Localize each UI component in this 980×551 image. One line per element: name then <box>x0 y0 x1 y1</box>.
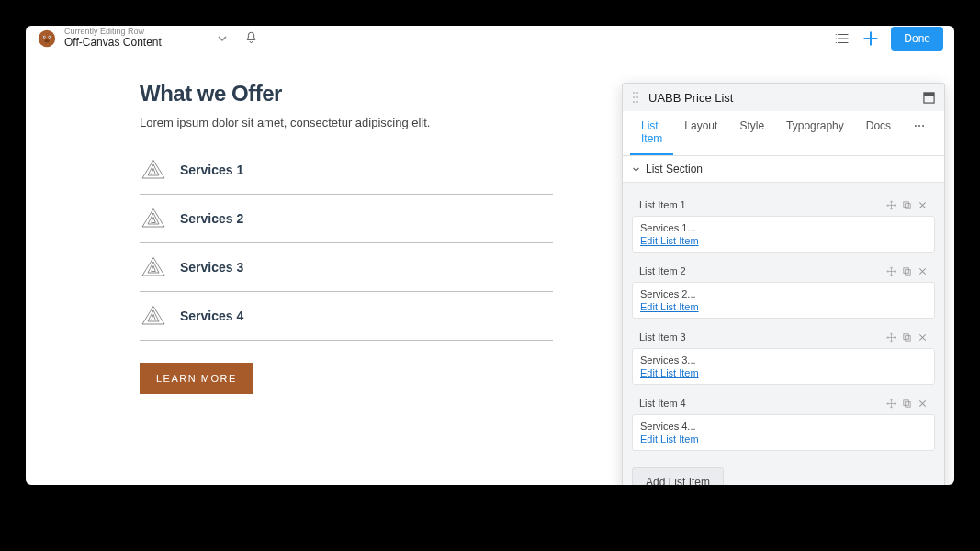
tab-style[interactable]: Style <box>728 111 775 155</box>
svg-rect-20 <box>904 267 909 273</box>
list-item-card: Services 4...Edit List Item <box>632 414 935 451</box>
outline-icon[interactable] <box>834 30 850 47</box>
svg-rect-24 <box>904 399 909 405</box>
tab-docs[interactable]: Docs <box>855 111 902 155</box>
move-icon[interactable] <box>886 266 896 276</box>
mountain-icon <box>140 208 167 230</box>
panel-header[interactable]: UABB Price List <box>623 84 944 111</box>
svg-point-11 <box>636 101 638 103</box>
svg-point-8 <box>633 96 635 98</box>
list-item-card: Services 3...Edit List Item <box>632 348 935 385</box>
svg-point-3 <box>44 36 45 37</box>
list-item-head-label: List Item 2 <box>639 265 881 276</box>
done-button[interactable]: Done <box>891 27 943 51</box>
svg-point-10 <box>633 101 635 103</box>
list-item-head-label: List Item 3 <box>639 332 881 343</box>
list-item-card: Services 2...Edit List Item <box>632 282 935 319</box>
svg-rect-18 <box>904 201 909 207</box>
list-item-block: List Item 3Services 3...Edit List Item <box>632 326 935 385</box>
svg-rect-21 <box>906 335 911 341</box>
settings-panel: UABB Price List List ItemLayoutStyleTypo… <box>622 83 945 485</box>
list-item-preview: Services 1... <box>640 222 927 233</box>
services-list: Services 1Services 2Services 3Services 4 <box>140 153 553 341</box>
svg-rect-19 <box>906 269 911 275</box>
duplicate-icon[interactable] <box>902 200 912 210</box>
svg-point-16 <box>922 125 924 127</box>
list-item-head-label: List Item 4 <box>639 398 881 409</box>
tab-more-icon[interactable] <box>902 111 937 155</box>
svg-point-15 <box>918 125 920 127</box>
editing-title: Off-Canvas Content <box>64 37 162 49</box>
service-row[interactable]: Services 4 <box>140 292 553 341</box>
panel-title: UABB Price List <box>648 91 923 105</box>
svg-point-4 <box>49 36 50 37</box>
app-frame: Currently Editing Row Off-Canvas Content… <box>26 26 954 485</box>
svg-point-14 <box>915 125 917 127</box>
service-label: Services 2 <box>180 211 243 226</box>
topbar: Currently Editing Row Off-Canvas Content… <box>26 26 954 51</box>
add-list-item-button[interactable]: Add List Item <box>632 467 724 485</box>
duplicate-icon[interactable] <box>902 332 912 343</box>
service-label: Services 1 <box>180 163 243 177</box>
move-icon[interactable] <box>886 332 896 343</box>
svg-rect-13 <box>924 92 934 96</box>
mountain-icon <box>140 159 167 181</box>
list-item-block: List Item 4Services 4...Edit List Item <box>632 392 935 451</box>
tab-layout[interactable]: Layout <box>673 111 728 155</box>
list-item-card: Services 1...Edit List Item <box>632 216 935 253</box>
remove-icon[interactable] <box>918 399 928 409</box>
panel-body: List Item 1Services 1...Edit List ItemLi… <box>623 183 944 485</box>
chevron-down-icon[interactable] <box>217 33 228 44</box>
move-icon[interactable] <box>886 399 896 409</box>
service-row[interactable]: Services 2 <box>140 195 553 243</box>
list-item-head-label: List Item 1 <box>639 199 881 210</box>
list-item-block: List Item 1Services 1...Edit List Item <box>632 194 935 253</box>
section-header[interactable]: List Section <box>623 156 944 183</box>
chevron-down-icon <box>632 165 640 174</box>
svg-rect-23 <box>906 401 911 407</box>
remove-icon[interactable] <box>918 332 928 343</box>
list-item-preview: Services 2... <box>640 288 927 299</box>
svg-point-7 <box>636 92 638 94</box>
list-item-head: List Item 4 <box>632 392 935 414</box>
section-label: List Section <box>646 163 703 175</box>
svg-point-5 <box>44 39 50 42</box>
edit-list-item-link[interactable]: Edit List Item <box>640 433 699 444</box>
svg-rect-17 <box>906 203 911 208</box>
panel-tabs: List ItemLayoutStyleTypographyDocs <box>623 111 944 156</box>
remove-icon[interactable] <box>918 200 928 210</box>
svg-rect-22 <box>904 333 909 339</box>
editing-context: Currently Editing Row Off-Canvas Content <box>64 28 162 49</box>
list-item-head: List Item 1 <box>632 194 935 216</box>
plus-icon[interactable] <box>862 29 880 48</box>
beaver-logo-icon <box>37 28 57 49</box>
svg-point-9 <box>636 96 638 98</box>
tab-typography[interactable]: Typography <box>775 111 855 155</box>
list-item-head: List Item 3 <box>632 326 935 348</box>
remove-icon[interactable] <box>918 266 928 276</box>
bell-icon[interactable] <box>244 31 258 45</box>
duplicate-icon[interactable] <box>902 266 912 276</box>
service-label: Services 4 <box>180 309 243 323</box>
mountain-icon <box>140 305 167 327</box>
list-item-block: List Item 2Services 2...Edit List Item <box>632 260 935 319</box>
service-row[interactable]: Services 3 <box>140 243 553 292</box>
edit-list-item-link[interactable]: Edit List Item <box>640 301 699 312</box>
expand-window-icon[interactable] <box>923 92 935 104</box>
service-label: Services 3 <box>180 260 243 275</box>
service-row[interactable]: Services 1 <box>140 153 553 195</box>
learn-more-button[interactable]: LEARN MORE <box>140 363 253 394</box>
list-item-preview: Services 4... <box>640 421 927 432</box>
edit-list-item-link[interactable]: Edit List Item <box>640 367 699 378</box>
drag-handle-icon[interactable] <box>632 90 641 105</box>
list-item-head: List Item 2 <box>632 260 935 282</box>
edit-list-item-link[interactable]: Edit List Item <box>640 235 699 246</box>
svg-point-0 <box>39 29 55 46</box>
move-icon[interactable] <box>886 200 896 210</box>
duplicate-icon[interactable] <box>902 399 912 409</box>
mountain-icon <box>140 256 167 278</box>
svg-point-6 <box>633 92 635 94</box>
topbar-right: Done <box>834 27 943 51</box>
tab-list-item[interactable]: List Item <box>630 111 673 155</box>
list-item-preview: Services 3... <box>640 354 927 365</box>
